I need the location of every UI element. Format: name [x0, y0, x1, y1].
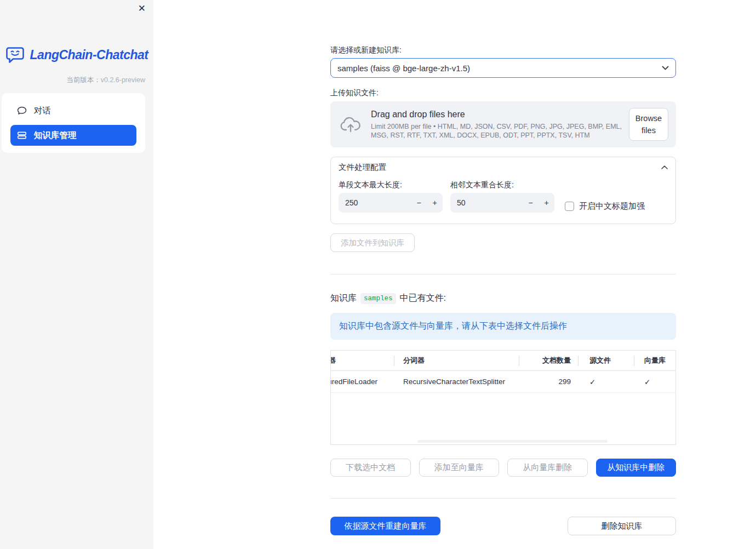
chevron-up-icon	[661, 165, 668, 169]
kb-select-value: samples (faiss @ bge-large-zh-v1.5)	[337, 64, 662, 73]
menu-item-dialogue[interactable]: 对话	[10, 100, 136, 121]
col-header-docs-count[interactable]: 文档数量	[519, 356, 578, 365]
minus-icon[interactable]: −	[411, 198, 427, 207]
file-actions: 下载选中文档 添加至向量库 从向量库删除 从知识库中删除	[330, 459, 676, 477]
kb-actions: 依据源文件重建向量库 删除知识库	[330, 517, 676, 535]
cell-vector-store-check: ✓	[634, 378, 675, 386]
sidebar-menu: 对话 知识库管理	[2, 93, 145, 153]
browse-files-button[interactable]: Browse files	[629, 108, 668, 141]
overlap-size-input-wrap: − +	[450, 193, 554, 213]
col-header-splitter[interactable]: 分词器	[394, 356, 519, 365]
col-header-loader[interactable]: 文档加载器	[331, 356, 394, 365]
menu-item-label: 对话	[34, 105, 51, 117]
column-separator	[394, 356, 394, 366]
table-header-row: 文档加载器 分词器 文档数量 源文件 向量库	[331, 351, 675, 371]
column-separator	[519, 356, 519, 366]
app-root: ✕ LangChain-Chatchat 当前版本：v0.2.6-preview	[0, 0, 756, 549]
app-logo: LangChain-Chatchat	[0, 46, 153, 64]
kb-select-label: 请选择或新建知识库:	[330, 45, 676, 55]
chat-bubble-icon	[17, 106, 27, 116]
upload-label: 上传知识文件:	[330, 88, 676, 98]
version-value: v0.2.6-preview	[101, 76, 145, 84]
zh-title-checkbox[interactable]	[565, 202, 574, 211]
zh-title-checkbox-group: 开启中文标题加强	[565, 196, 645, 216]
plus-icon[interactable]: +	[427, 198, 443, 207]
file-dropzone[interactable]: Drag and drop files here Limit 200MB per…	[330, 101, 676, 147]
overlap-size-label: 相邻文本重合长度:	[450, 180, 554, 190]
kb-files-suffix: 中已有文件:	[400, 293, 446, 304]
close-sidebar-icon[interactable]: ✕	[138, 4, 146, 13]
expander-header[interactable]: 文件处理配置	[331, 157, 675, 177]
logo-text: LangChain-Chatchat	[30, 48, 148, 62]
overlap-size-input[interactable]	[450, 198, 523, 207]
dropzone-title: Drag and drop files here	[371, 110, 629, 119]
upload-cloud-icon	[340, 116, 362, 133]
sidebar: ✕ LangChain-Chatchat 当前版本：v0.2.6-preview	[0, 0, 153, 549]
info-banner-text: 知识库中包含源文件与向量库，请从下表中选择文件后操作	[339, 321, 567, 332]
column-separator	[634, 356, 634, 366]
col-header-vector-store[interactable]: 向量库	[634, 356, 675, 365]
cell-loader: UnstructuredFileLoader	[331, 378, 394, 386]
zh-title-checkbox-label: 开启中文标题加强	[579, 201, 645, 211]
table-row[interactable]: UnstructuredFileLoader RecursiveCharacte…	[331, 371, 675, 393]
chevron-down-icon	[662, 66, 669, 70]
cell-splitter: RecursiveCharacterTextSplitter	[394, 378, 519, 386]
horizontal-scrollbar[interactable]	[417, 440, 608, 443]
column-separator	[578, 356, 579, 366]
cell-source-file-check: ✓	[578, 378, 634, 386]
file-config-expander: 文件处理配置 单段文本最大长度: − + 相邻文本重合	[330, 157, 676, 224]
chunk-size-label: 单段文本最大长度:	[339, 180, 443, 190]
cell-docs-count: 299	[519, 378, 578, 386]
version-label: 当前版本：	[66, 76, 101, 84]
info-banner: 知识库中包含源文件与向量库，请从下表中选择文件后操作	[330, 313, 676, 340]
delete-from-kb-button[interactable]: 从知识库中删除	[596, 459, 677, 477]
dropzone-limit: Limit 200MB per file • HTML, MD, JSON, C…	[371, 122, 633, 140]
add-to-vector-button[interactable]: 添加至向量库	[419, 459, 500, 477]
chunk-size-input-wrap: − +	[339, 193, 443, 213]
kb-select[interactable]: samples (faiss @ bge-large-zh-v1.5)	[330, 58, 676, 78]
divider	[330, 498, 676, 499]
delete-kb-button[interactable]: 删除知识库	[568, 517, 676, 535]
menu-item-knowledge-base[interactable]: 知识库管理	[10, 125, 136, 146]
overlap-size-group: 相邻文本重合长度: − +	[450, 180, 554, 216]
plus-icon[interactable]: +	[539, 198, 554, 207]
stacked-list-icon	[17, 130, 27, 140]
add-files-button[interactable]: 添加文件到知识库	[330, 233, 415, 252]
chunk-size-group: 单段文本最大长度: − +	[339, 180, 443, 216]
rebuild-vector-store-button[interactable]: 依据源文件重建向量库	[330, 517, 440, 535]
dropzone-text: Drag and drop files here Limit 200MB per…	[371, 110, 629, 140]
delete-from-vector-button[interactable]: 从向量库删除	[507, 459, 588, 477]
menu-item-label: 知识库管理	[34, 130, 77, 141]
kb-files-prefix: 知识库	[330, 293, 357, 304]
divider	[330, 274, 676, 274]
col-header-source-file[interactable]: 源文件	[578, 356, 634, 365]
minus-icon[interactable]: −	[523, 198, 539, 207]
expander-title: 文件处理配置	[339, 162, 661, 173]
version-info: 当前版本：v0.2.6-preview	[66, 76, 145, 85]
download-selected-button[interactable]: 下载选中文档	[330, 459, 411, 477]
expander-body: 单段文本最大长度: − + 相邻文本重合长度: − +	[331, 177, 675, 224]
logo-smiley-chat-icon	[5, 46, 25, 64]
kb-name-code: samples	[360, 293, 396, 304]
chunk-size-input[interactable]	[339, 198, 411, 207]
main-content: 请选择或新建知识库: samples (faiss @ bge-large-zh…	[330, 0, 676, 535]
files-table[interactable]: 文档加载器 分词器 文档数量 源文件 向量库 UnstructuredFileL…	[330, 350, 676, 445]
kb-files-line: 知识库 samples 中已有文件:	[330, 293, 676, 304]
